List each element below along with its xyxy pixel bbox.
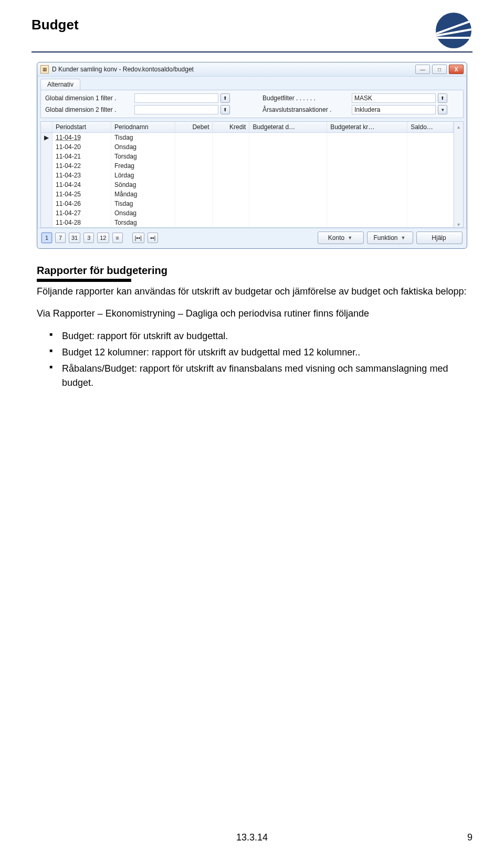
table-row[interactable]: 11-04-25Måndag <box>41 190 454 199</box>
page-footer: 13.3.14 9 <box>0 832 504 843</box>
dim2-lookup-button[interactable]: ⬆ <box>220 105 230 114</box>
table-row[interactable]: 11-04-20Onsdag <box>41 142 454 152</box>
yearend-input[interactable]: Inkludera <box>352 105 436 114</box>
cell-periodstart[interactable]: 11-04-21 <box>52 152 111 161</box>
konto-button[interactable]: Konto▼ <box>318 232 364 244</box>
cell-periodnamn: Torsdag <box>111 218 175 227</box>
header-divider <box>32 51 472 52</box>
footer-page: 9 <box>467 832 472 843</box>
col-periodnamn[interactable]: Periodnamn <box>111 122 175 133</box>
budgetfilter-input[interactable]: MASK <box>352 93 436 103</box>
cell-periodnamn: Tisdag <box>111 199 175 208</box>
cell-periodnamn: Måndag <box>111 190 175 199</box>
col-selector <box>41 122 52 133</box>
maximize-button[interactable]: □ <box>432 65 447 74</box>
scrollbar[interactable]: ▴▾ <box>454 122 463 227</box>
table-row[interactable]: 11-04-28Torsdag <box>41 218 454 227</box>
section-heading: Rapporter för budgetering <box>37 265 467 277</box>
col-debet[interactable]: Debet <box>175 122 213 133</box>
cell-periodstart[interactable]: 11-04-24 <box>52 180 111 190</box>
list-item: Budget: rapport för utskrift av budgetta… <box>62 329 467 343</box>
table-row[interactable]: 11-04-26Tisdag <box>41 199 454 208</box>
table-row[interactable]: 11-04-24Söndag <box>41 180 454 190</box>
app-window: ▦ D Kunder samling konv - Redov.kontosal… <box>37 62 467 249</box>
close-button[interactable]: X <box>449 65 464 74</box>
col-budgeterat-d[interactable]: Budgeterat d… <box>249 122 327 133</box>
data-grid[interactable]: Periodstart Periodnamn Debet Kredit Budg… <box>41 122 454 227</box>
period-list-button[interactable]: ≡ <box>112 233 123 243</box>
table-row[interactable]: 11-04-22Fredag <box>41 161 454 171</box>
window-icon: ▦ <box>40 65 49 73</box>
dim1-input[interactable] <box>134 93 218 103</box>
tab-alternativ[interactable]: Alternativ <box>40 79 80 90</box>
cell-periodnamn: Tisdag <box>111 133 175 142</box>
cell-periodnamn: Torsdag <box>111 152 175 161</box>
cell-periodnamn: Lördag <box>111 171 175 180</box>
dim2-label: Global dimension 2 filter . <box>45 106 134 113</box>
period-7-button[interactable]: 7 <box>55 233 66 243</box>
cell-periodstart[interactable]: 11-04-23 <box>52 171 111 180</box>
cell-periodnamn: Söndag <box>111 180 175 190</box>
period-range-button[interactable]: |••| <box>132 233 144 243</box>
footer-date: 13.3.14 <box>236 832 268 843</box>
cell-periodnamn: Onsdag <box>111 208 175 218</box>
budgetfilter-label: Budgetfilter . . . . . . <box>262 94 352 102</box>
table-row[interactable]: 11-04-27Onsdag <box>41 208 454 218</box>
company-logo <box>436 13 472 49</box>
dim2-input[interactable] <box>134 105 218 114</box>
col-budgeterat-kr[interactable]: Budgeterat kr… <box>327 122 407 133</box>
section-intro: Följande rapporter kan användas för utsk… <box>37 285 467 298</box>
col-saldo[interactable]: Saldo… <box>407 122 454 133</box>
minimize-button[interactable]: — <box>415 65 430 74</box>
budgetfilter-lookup-button[interactable]: ⬆ <box>438 93 447 103</box>
cell-periodstart[interactable]: 11-04-22 <box>52 161 111 171</box>
cell-periodnamn: Fredag <box>111 161 175 171</box>
yearend-dropdown-button[interactable]: ▾ <box>438 105 447 114</box>
cell-periodstart[interactable]: 11-04-28 <box>52 218 111 227</box>
cell-periodstart[interactable]: 11-04-19 <box>52 133 111 142</box>
table-row[interactable]: 11-04-23Lördag <box>41 171 454 180</box>
period-1-button[interactable]: 1 <box>41 233 52 243</box>
table-row[interactable]: ▶11-04-19Tisdag <box>41 133 454 142</box>
cell-periodstart[interactable]: 11-04-26 <box>52 199 111 208</box>
funktion-button[interactable]: Funktion▼ <box>367 232 413 244</box>
list-item: Råbalans/Budget: rapport för utskrift av… <box>62 362 467 390</box>
period-12-button[interactable]: 12 <box>97 233 109 243</box>
cell-periodnamn: Onsdag <box>111 142 175 152</box>
period-31-button[interactable]: 31 <box>69 233 80 243</box>
window-title: D Kunder samling konv - Redov.kontosaldo… <box>52 66 415 73</box>
period-cumulative-button[interactable]: ••| <box>148 233 159 243</box>
section-divider <box>37 279 131 282</box>
titlebar: ▦ D Kunder samling konv - Redov.kontosal… <box>37 62 467 77</box>
col-periodstart[interactable]: Periodstart <box>52 122 111 133</box>
cell-periodstart[interactable]: 11-04-25 <box>52 190 111 199</box>
section-path: Via Rapporter – Ekonomistryning – Daglig… <box>37 307 467 320</box>
cell-periodstart[interactable]: 11-04-27 <box>52 208 111 218</box>
list-item: Budget 12 kolumner: rapport för utskrift… <box>62 345 467 360</box>
col-kredit[interactable]: Kredit <box>213 122 249 133</box>
yearend-label: Årsavslutstransaktioner . <box>262 106 352 113</box>
hjalp-button[interactable]: Hjälp <box>416 232 463 244</box>
cell-periodstart[interactable]: 11-04-20 <box>52 142 111 152</box>
dim1-label: Global dimension 1 filter . <box>45 94 134 102</box>
table-row[interactable]: 11-04-21Torsdag <box>41 152 454 161</box>
dim1-lookup-button[interactable]: ⬆ <box>220 93 230 103</box>
period-3-button[interactable]: 3 <box>83 233 94 243</box>
page-title: Budget <box>32 17 79 37</box>
